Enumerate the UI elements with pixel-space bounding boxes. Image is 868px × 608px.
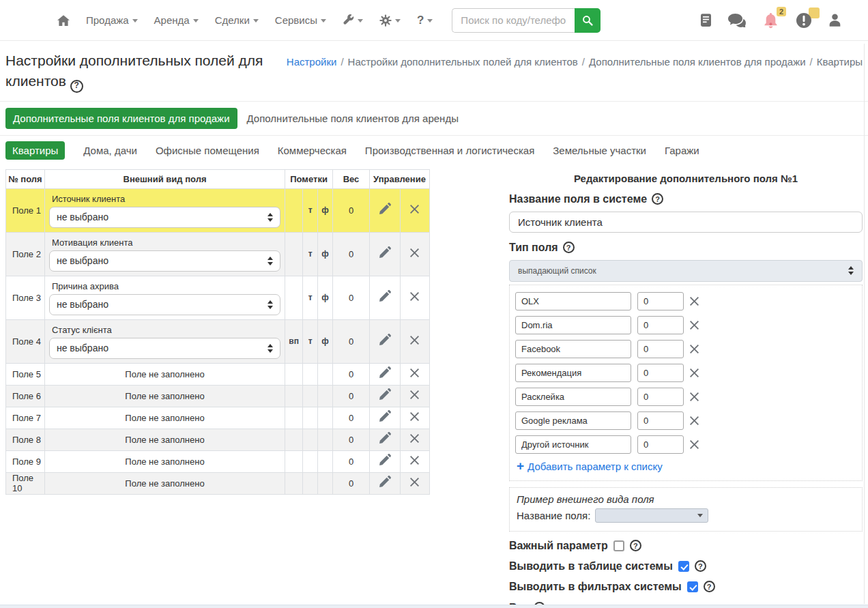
- breadcrumb-item[interactable]: Настройки дополнительных полей для клиен…: [348, 56, 578, 68]
- delete-field-button[interactable]: [400, 450, 429, 472]
- remove-option-button[interactable]: [690, 440, 699, 449]
- delete-field-button[interactable]: [400, 363, 429, 385]
- remove-option-button[interactable]: [690, 416, 699, 425]
- remove-option-button[interactable]: [690, 321, 699, 330]
- option-row: [515, 364, 856, 382]
- option-name-input[interactable]: [515, 388, 631, 406]
- nav-menu-item[interactable]: Продажа: [86, 14, 138, 26]
- option-name-input[interactable]: [515, 340, 631, 358]
- checkbox-label: Выводить в фильтрах системы: [509, 581, 682, 593]
- field-empty-text: Поле не заполнено: [125, 435, 204, 445]
- edit-field-button[interactable]: [369, 450, 400, 472]
- option-name-input[interactable]: [515, 316, 631, 334]
- delete-field-button[interactable]: [400, 472, 429, 494]
- tab-category-5[interactable]: Земельные участки: [553, 145, 646, 156]
- mark-t: т: [303, 232, 318, 276]
- field-appearance-select[interactable]: не выбрано: [49, 207, 280, 228]
- edit-field-button[interactable]: [369, 472, 400, 494]
- delete-field-button[interactable]: [400, 407, 429, 429]
- search-input[interactable]: [452, 8, 575, 33]
- edit-field-button[interactable]: [369, 385, 400, 407]
- option-value-input[interactable]: [637, 292, 684, 310]
- bell-icon[interactable]: 2: [763, 12, 779, 29]
- settings-menu[interactable]: [379, 14, 401, 27]
- tab-category-0[interactable]: Квартиры: [5, 141, 65, 160]
- edit-field-button[interactable]: [369, 232, 400, 276]
- tab-category-6[interactable]: Гаражи: [665, 145, 699, 156]
- nav-menu-item[interactable]: Аренда: [154, 14, 199, 26]
- help-icon[interactable]: [563, 242, 575, 253]
- help-icon[interactable]: [630, 540, 641, 551]
- option-value-input[interactable]: [637, 388, 684, 406]
- checkbox[interactable]: [687, 581, 698, 592]
- nav-menu-item[interactable]: Сделки: [215, 14, 259, 26]
- table-header-row: № поля Внешний вид поля Пометки Вес Упра…: [6, 169, 430, 188]
- tab-primary-0[interactable]: Дополнительные поля клиентов для продажи: [5, 108, 237, 129]
- home-icon[interactable]: [57, 15, 70, 26]
- category-tabs: КвартирыДома, дачиОфисные помещенияКомме…: [0, 135, 868, 167]
- delete-field-button[interactable]: [400, 188, 429, 232]
- checkbox[interactable]: [678, 561, 689, 572]
- field-type-select[interactable]: выпадающий список: [509, 260, 863, 282]
- wrench-icon: [343, 14, 354, 26]
- edit-field-button[interactable]: [369, 188, 400, 232]
- delete-field-button[interactable]: [400, 276, 429, 319]
- delete-field-button[interactable]: [400, 429, 429, 450]
- tab-primary-1[interactable]: Дополнительные поля клиентов для аренды: [247, 113, 459, 124]
- help-icon[interactable]: [652, 193, 663, 205]
- help-icon[interactable]: [70, 80, 83, 93]
- help-icon[interactable]: [704, 581, 715, 592]
- field-number: Поле 3: [6, 276, 45, 319]
- delete-field-button[interactable]: [400, 232, 429, 276]
- remove-option-button[interactable]: [690, 392, 699, 401]
- option-name-input[interactable]: [515, 364, 631, 382]
- alert-icon[interactable]: [796, 12, 812, 29]
- edit-field-button[interactable]: [369, 319, 400, 363]
- tools-menu[interactable]: [343, 14, 363, 26]
- field-appearance-select[interactable]: не выбрано: [49, 338, 280, 359]
- option-name-input[interactable]: [515, 411, 631, 430]
- breadcrumb-item[interactable]: Дополнительные поля клиентов для продажи: [589, 56, 806, 68]
- pencil-icon: [378, 393, 391, 403]
- add-option-link[interactable]: + Добавить параметр к списку: [517, 461, 856, 472]
- help-menu[interactable]: ?: [417, 14, 433, 27]
- close-icon: [410, 457, 419, 467]
- option-value-input[interactable]: [637, 435, 684, 454]
- field-appearance-select[interactable]: не выбрано: [49, 294, 280, 315]
- scrollbar[interactable]: [864, 44, 865, 604]
- tab-category-1[interactable]: Дома, дачи: [83, 145, 137, 156]
- tab-category-4[interactable]: Производственная и логистическая: [365, 145, 534, 156]
- option-value-input[interactable]: [637, 364, 684, 382]
- journal-icon[interactable]: [701, 14, 711, 27]
- select-value: не выбрано: [57, 343, 108, 353]
- chat-icon[interactable]: [728, 14, 746, 27]
- edit-field-button[interactable]: [369, 407, 400, 429]
- tab-category-3[interactable]: Коммерческая: [278, 145, 347, 156]
- option-value-input[interactable]: [637, 411, 684, 430]
- option-name-input[interactable]: [515, 435, 631, 454]
- remove-option-button[interactable]: [690, 368, 699, 377]
- pencil-icon: [378, 480, 391, 491]
- remove-option-button[interactable]: [690, 345, 699, 353]
- field-name-input[interactable]: [509, 212, 863, 233]
- option-value-input[interactable]: [637, 316, 684, 334]
- delete-field-button[interactable]: [400, 385, 429, 407]
- field-appearance-select[interactable]: не выбрано: [49, 250, 280, 272]
- nav-menu-item[interactable]: Сервисы: [275, 14, 326, 26]
- col-manage: Управление: [369, 169, 429, 188]
- checkbox[interactable]: [613, 540, 624, 551]
- delete-field-button[interactable]: [400, 319, 429, 363]
- tab-category-2[interactable]: Офисные помещения: [156, 145, 259, 156]
- edit-field-button[interactable]: [369, 363, 400, 385]
- user-icon[interactable]: [829, 14, 841, 27]
- remove-option-button[interactable]: [690, 297, 699, 306]
- breadcrumb-item[interactable]: Настройки: [287, 56, 337, 68]
- edit-field-button[interactable]: [369, 429, 400, 450]
- option-name-input[interactable]: [515, 292, 631, 310]
- preview-select[interactable]: [595, 508, 708, 523]
- search-button[interactable]: [575, 8, 601, 33]
- edit-field-button[interactable]: [369, 276, 400, 319]
- option-value-input[interactable]: [637, 340, 684, 358]
- primary-tabs: Дополнительные поля клиентов для продажи…: [0, 101, 868, 135]
- help-icon[interactable]: [695, 560, 706, 572]
